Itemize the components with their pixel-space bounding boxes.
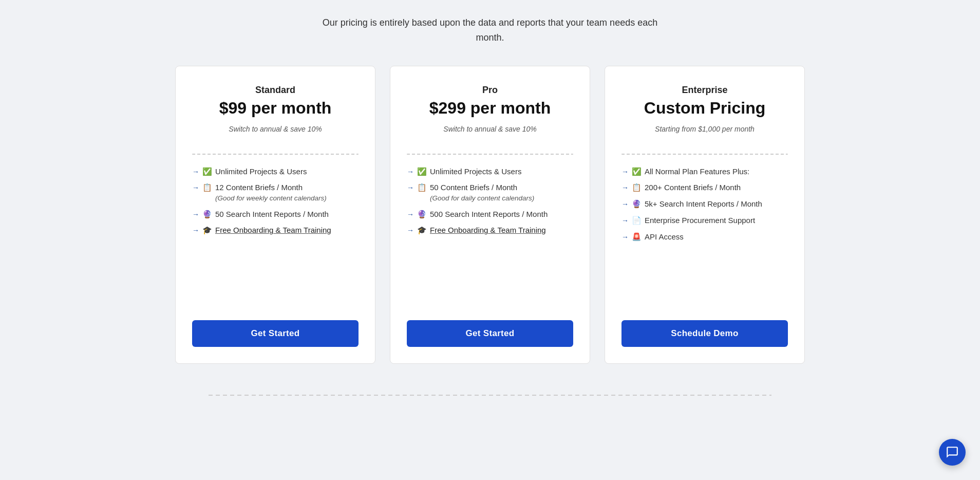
pricing-card-pro: Pro$299 per monthSwitch to annual & save… (390, 66, 590, 364)
feature-text: Enterprise Procurement Support (645, 215, 788, 226)
pricing-card-enterprise: EnterpriseCustom PricingStarting from $1… (605, 66, 805, 364)
list-item: →🔮50 Search Intent Reports / Month (192, 209, 359, 220)
arrow-icon: → (407, 182, 414, 193)
arrow-icon: → (407, 225, 414, 235)
divider-enterprise (621, 154, 788, 155)
arrow-icon: → (407, 167, 414, 177)
feature-text: 50 Search Intent Reports / Month (215, 209, 359, 220)
pricing-cards: Standard$99 per monthSwitch to annual & … (166, 66, 814, 364)
feature-subtext: (Good for daily content calendars) (430, 193, 573, 204)
list-item: →📋200+ Content Briefs / Month (621, 182, 788, 193)
feature-icon: 🎓 (417, 225, 427, 236)
list-item: →🎓Free Onboarding & Team Training (192, 225, 359, 236)
feature-icon: 🔮 (417, 209, 427, 220)
feature-text: API Access (645, 231, 788, 243)
feature-icon: 📋 (632, 182, 642, 193)
card-header-enterprise: EnterpriseCustom PricingStarting from $1… (621, 85, 788, 133)
cta-button-standard[interactable]: Get Started (192, 320, 359, 347)
arrow-icon: → (407, 209, 414, 219)
features-list-pro: →✅Unlimited Projects & Users→📋50 Content… (407, 166, 573, 306)
cta-button-pro[interactable]: Get Started (407, 320, 573, 347)
divider-standard (192, 154, 359, 155)
arrow-icon: → (621, 182, 629, 193)
chat-button[interactable] (939, 439, 966, 466)
arrow-icon: → (621, 167, 629, 177)
feature-text: Free Onboarding & Team Training (430, 225, 573, 236)
plan-price-enterprise: Custom Pricing (621, 99, 788, 118)
cta-button-enterprise[interactable]: Schedule Demo (621, 320, 788, 347)
list-item: →✅All Normal Plan Features Plus: (621, 166, 788, 177)
plan-price-standard: $99 per month (192, 99, 359, 118)
arrow-icon: → (192, 167, 199, 177)
feature-text: Free Onboarding & Team Training (215, 225, 359, 236)
features-list-standard: →✅Unlimited Projects & Users→📋12 Content… (192, 166, 359, 306)
feature-icon: 🔮 (202, 209, 212, 220)
feature-text: Unlimited Projects & Users (215, 166, 359, 177)
feature-text: 50 Content Briefs / Month(Good for daily… (430, 182, 573, 203)
footer-divider (209, 395, 772, 396)
card-header-pro: Pro$299 per monthSwitch to annual & save… (407, 85, 573, 133)
feature-link[interactable]: Free Onboarding & Team Training (430, 226, 546, 234)
arrow-icon: → (621, 199, 629, 209)
list-item: →✅Unlimited Projects & Users (407, 166, 573, 177)
plan-price-pro: $299 per month (407, 99, 573, 118)
feature-icon: 🔮 (632, 198, 642, 210)
arrow-icon: → (192, 182, 199, 193)
feature-icon: ✅ (202, 166, 212, 177)
feature-text: All Normal Plan Features Plus: (645, 166, 788, 177)
plan-name-enterprise: Enterprise (621, 85, 788, 96)
arrow-icon: → (621, 215, 629, 226)
card-header-standard: Standard$99 per monthSwitch to annual & … (192, 85, 359, 133)
feature-icon: 🚨 (632, 231, 642, 243)
divider-pro (407, 154, 573, 155)
feature-subtext: (Good for weekly content calendars) (215, 193, 359, 204)
list-item: →🚨API Access (621, 231, 788, 243)
list-item: →📋50 Content Briefs / Month(Good for dai… (407, 182, 573, 203)
list-item: →🔮5k+ Search Intent Reports / Month (621, 198, 788, 210)
arrow-icon: → (192, 209, 199, 219)
feature-icon: 📋 (417, 182, 427, 193)
arrow-icon: → (621, 232, 629, 242)
features-list-enterprise: →✅All Normal Plan Features Plus:→📋200+ C… (621, 166, 788, 306)
pricing-card-standard: Standard$99 per monthSwitch to annual & … (175, 66, 375, 364)
arrow-icon: → (192, 225, 199, 235)
feature-text: 500 Search Intent Reports / Month (430, 209, 573, 220)
plan-savings-enterprise: Starting from $1,000 per month (621, 125, 788, 133)
plan-savings-pro: Switch to annual & save 10% (407, 125, 573, 133)
feature-text: 200+ Content Briefs / Month (645, 182, 788, 193)
list-item: →📋12 Content Briefs / Month(Good for wee… (192, 182, 359, 203)
list-item: →✅Unlimited Projects & Users (192, 166, 359, 177)
feature-icon: 📋 (202, 182, 212, 193)
feature-icon: 📄 (632, 215, 642, 226)
feature-text: 5k+ Search Intent Reports / Month (645, 198, 788, 210)
list-item: →🔮500 Search Intent Reports / Month (407, 209, 573, 220)
feature-text: 12 Content Briefs / Month(Good for weekl… (215, 182, 359, 203)
plan-name-pro: Pro (407, 85, 573, 96)
feature-icon: ✅ (417, 166, 427, 177)
intro-text: Our pricing is entirely based upon the d… (315, 15, 665, 45)
feature-text: Unlimited Projects & Users (430, 166, 573, 177)
list-item: →📄Enterprise Procurement Support (621, 215, 788, 226)
feature-icon: 🎓 (202, 225, 212, 236)
feature-icon: ✅ (632, 166, 642, 177)
list-item: →🎓Free Onboarding & Team Training (407, 225, 573, 236)
plan-savings-standard: Switch to annual & save 10% (192, 125, 359, 133)
feature-link[interactable]: Free Onboarding & Team Training (215, 226, 331, 234)
plan-name-standard: Standard (192, 85, 359, 96)
